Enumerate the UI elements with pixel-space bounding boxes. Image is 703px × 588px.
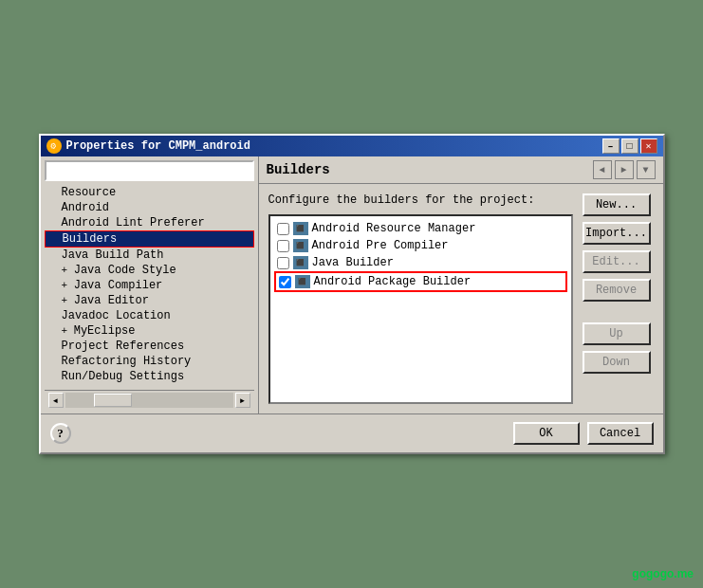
tree-item-android-lint[interactable]: Android Lint Preferer xyxy=(45,215,254,230)
left-panel: Resource Android Android Lint Preferer B… xyxy=(41,156,259,413)
help-button[interactable]: ? xyxy=(50,423,71,444)
right-panel: Builders ◄ ► ▼ Configure the builders fo… xyxy=(259,156,663,413)
checkbox-android-resource[interactable] xyxy=(277,223,289,235)
down-button[interactable]: Down xyxy=(583,351,651,374)
builder-label-android-resource: Android Resource Manager xyxy=(312,222,476,235)
title-bar: ⚙ Properties for CMPM_android – □ ✕ xyxy=(41,136,663,156)
configure-text: Configure the builders for the project: xyxy=(268,193,573,207)
tree-item-javadoc[interactable]: Javadoc Location xyxy=(45,308,254,323)
scroll-right-button[interactable]: ► xyxy=(235,393,250,408)
tree-item-android[interactable]: Android xyxy=(45,200,254,215)
panel-header: Builders ◄ ► ▼ xyxy=(259,156,663,184)
remove-button[interactable]: Remove xyxy=(583,279,651,302)
builder-icon-android-resource: ⬛ xyxy=(293,222,308,235)
window-body: Resource Android Android Lint Preferer B… xyxy=(41,156,663,452)
footer: ? OK Cancel xyxy=(41,413,663,452)
panel-content: Configure the builders for the project: … xyxy=(259,184,663,413)
ok-button[interactable]: OK xyxy=(513,422,580,445)
main-content: Resource Android Android Lint Preferer B… xyxy=(41,156,663,413)
builder-item-android-pre-compiler: ⬛ Android Pre Compiler xyxy=(274,237,567,254)
tree-item-java-editor[interactable]: Java Editor xyxy=(45,293,254,308)
scrollbar-area: ◄ ► xyxy=(45,390,254,410)
tree-container: Resource Android Android Lint Preferer B… xyxy=(45,185,254,390)
tree-item-project-references[interactable]: Project References xyxy=(45,339,254,354)
tree-item-java-build-path[interactable]: Java Build Path xyxy=(45,248,254,263)
tree-item-java-compiler[interactable]: Java Compiler xyxy=(45,278,254,293)
builder-icon-android-pre-compiler: ⬛ xyxy=(293,239,308,252)
nav-dropdown-button[interactable]: ▼ xyxy=(637,160,656,179)
panel-title: Builders xyxy=(267,162,330,177)
nav-back-button[interactable]: ◄ xyxy=(593,160,612,179)
builder-icon-java-builder: ⬛ xyxy=(293,256,308,269)
builder-label-android-package: Android Package Builder xyxy=(314,275,472,288)
watermark: gogogo.me xyxy=(632,567,694,580)
scroll-thumb[interactable] xyxy=(94,394,132,407)
checkbox-android-package[interactable] xyxy=(279,276,291,288)
builder-list: ⬛ Android Resource Manager ⬛ Android Pre… xyxy=(268,214,573,404)
tree-item-myeclipse[interactable]: MyEclipse xyxy=(45,323,254,339)
tree-item-resource[interactable]: Resource xyxy=(45,185,254,200)
cancel-button[interactable]: Cancel xyxy=(587,422,654,445)
minimize-button[interactable]: – xyxy=(602,138,620,154)
footer-left: ? xyxy=(50,423,71,444)
main-window: ⚙ Properties for CMPM_android – □ ✕ Reso… xyxy=(39,134,665,454)
up-button[interactable]: Up xyxy=(583,322,651,345)
maximize-button[interactable]: □ xyxy=(621,138,638,154)
builders-left: Configure the builders for the project: … xyxy=(268,193,573,404)
close-button[interactable]: ✕ xyxy=(640,138,657,154)
title-bar-left: ⚙ Properties for CMPM_android xyxy=(46,138,250,154)
builder-label-java-builder: Java Builder xyxy=(312,256,394,269)
tree-item-run-debug[interactable]: Run/Debug Settings xyxy=(45,369,254,384)
builder-icon-android-package: ⬛ xyxy=(295,275,310,288)
window-icon: ⚙ xyxy=(46,138,62,154)
checkbox-java-builder[interactable] xyxy=(277,257,289,269)
tree-item-refactoring[interactable]: Refactoring History xyxy=(45,354,254,369)
nav-forward-button[interactable]: ► xyxy=(615,160,634,179)
builder-item-android-resource: ⬛ Android Resource Manager xyxy=(274,220,567,237)
scroll-track xyxy=(65,393,233,408)
builder-label-android-pre-compiler: Android Pre Compiler xyxy=(312,239,449,252)
builder-item-java-builder: ⬛ Java Builder xyxy=(274,254,567,271)
import-button[interactable]: Import... xyxy=(583,222,651,245)
title-buttons: – □ ✕ xyxy=(602,138,657,154)
scroll-left-button[interactable]: ◄ xyxy=(48,393,64,408)
edit-button[interactable]: Edit... xyxy=(583,250,651,273)
tree-item-builders[interactable]: Builders xyxy=(45,230,254,248)
new-button[interactable]: New... xyxy=(583,193,651,216)
tree-item-java-code-style[interactable]: Java Code Style xyxy=(45,263,254,278)
window-title: Properties for CMPM_android xyxy=(66,139,250,153)
footer-right: OK Cancel xyxy=(513,422,654,445)
checkbox-android-pre-compiler[interactable] xyxy=(277,240,289,252)
nav-buttons: ◄ ► ▼ xyxy=(593,160,656,179)
builder-item-android-package: ⬛ Android Package Builder xyxy=(274,271,567,292)
search-input[interactable] xyxy=(45,160,254,181)
builders-right: New... Import... Edit... Remove Up Down xyxy=(583,193,654,404)
